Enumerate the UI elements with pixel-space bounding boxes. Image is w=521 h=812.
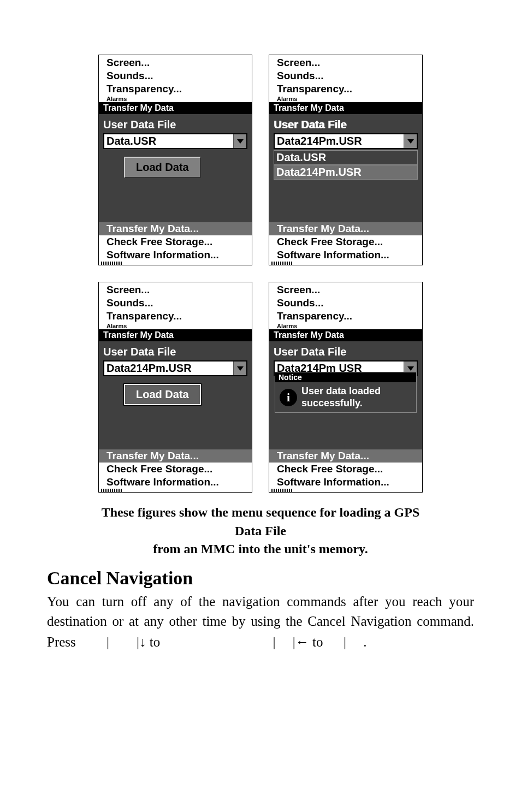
field-label: User Data File <box>103 117 247 132</box>
figure-row-1: Screen... Sounds... Transparency... Alar… <box>98 55 423 265</box>
dropdown-value: Data.USR <box>104 134 233 148</box>
dialog-body: User Data File Data214Pm.USR Load Data <box>99 341 252 449</box>
menu-item[interactable]: Software Information... <box>99 248 252 262</box>
menu-item[interactable]: Software Information... <box>269 248 422 262</box>
chevron-down-icon[interactable] <box>404 134 417 148</box>
chevron-down-icon[interactable] <box>233 361 246 375</box>
scroll-indicator <box>101 262 123 265</box>
top-menu: Screen... Sounds... Transparency... Alar… <box>269 55 422 102</box>
dropdown-options: Data.USR Data214Pm.USR <box>274 150 418 180</box>
scroll-indicator <box>271 489 293 492</box>
figure-area: Screen... Sounds... Transparency... Alar… <box>98 55 423 559</box>
top-menu: Screen... Sounds... Transparency... Alar… <box>99 282 252 329</box>
figure-caption: These figures show the menu sequence for… <box>98 503 423 559</box>
load-data-button-active[interactable]: Load Data <box>124 384 201 405</box>
dialog-title: Transfer My Data <box>99 102 252 114</box>
top-menu: Screen... Sounds... Transparency... Alar… <box>269 282 422 329</box>
chevron-down-icon[interactable] <box>233 134 246 148</box>
dialog-title: Transfer My Data <box>99 329 252 341</box>
menu-item[interactable]: Screen... <box>269 283 422 297</box>
menu-item-cut: Alarms <box>99 96 252 101</box>
load-data-button[interactable]: Load Data <box>124 157 201 178</box>
menu-item[interactable]: Software Information... <box>269 476 422 489</box>
menu-item[interactable]: Software Information... <box>99 476 252 489</box>
menu-item[interactable]: Check Free Storage... <box>99 463 252 476</box>
dialog-title: Transfer My Data <box>269 329 422 341</box>
top-menu: Screen... Sounds... Transparency... Alar… <box>99 55 252 102</box>
dialog-body: User Data File Data214Pm USR Notice i Us… <box>269 341 422 449</box>
menu-item[interactable]: Sounds... <box>99 69 252 82</box>
field-label: User Data File <box>103 345 247 359</box>
scroll-indicator <box>271 262 293 265</box>
panel-4: Screen... Sounds... Transparency... Alar… <box>269 282 423 493</box>
panel-3: Screen... Sounds... Transparency... Alar… <box>98 282 252 493</box>
panel-1: Screen... Sounds... Transparency... Alar… <box>98 55 252 265</box>
menu-item[interactable]: Sounds... <box>269 297 422 310</box>
menu-item-selected[interactable]: Transfer My Data... <box>99 222 252 235</box>
scroll-indicator <box>101 489 123 492</box>
bottom-menu: Transfer My Data... Check Free Storage..… <box>99 222 252 262</box>
file-dropdown[interactable]: Data.USR <box>103 133 247 149</box>
dropdown-option[interactable]: Data.USR <box>274 150 418 165</box>
file-dropdown[interactable]: Data214Pm.USR <box>103 360 247 376</box>
menu-item[interactable]: Sounds... <box>99 297 252 310</box>
menu-item[interactable]: Sounds... <box>269 69 422 82</box>
menu-item-cut: Alarms <box>269 96 422 101</box>
menu-item[interactable]: Transparency... <box>99 82 252 96</box>
menu-item[interactable]: Screen... <box>99 56 252 69</box>
bottom-menu: Transfer My Data... Check Free Storage..… <box>269 449 422 489</box>
notice-body: i User data loaded successfully. <box>275 382 416 412</box>
menu-item[interactable]: Check Free Storage... <box>269 463 422 476</box>
field-label: User Data File <box>274 117 418 132</box>
down-arrow-icon: ↓ <box>139 634 146 649</box>
dropdown-option-selected[interactable]: Data214Pm.USR <box>274 165 418 180</box>
bottom-menu: Transfer My Data... Check Free Storage..… <box>99 449 252 489</box>
menu-item[interactable]: Check Free Storage... <box>269 235 422 248</box>
notice-dialog: Notice i User data loaded successfully. <box>275 372 417 413</box>
figure-row-2: Screen... Sounds... Transparency... Alar… <box>98 282 423 493</box>
field-label: User Data File <box>274 345 418 359</box>
menu-item-selected[interactable]: Transfer My Data... <box>269 222 422 235</box>
menu-item-cut: Alarms <box>269 323 422 328</box>
section-heading: Cancel Navigation <box>47 568 193 589</box>
file-dropdown[interactable]: Data214Pm.USR <box>274 133 418 149</box>
dropdown-value: Data214Pm.USR <box>104 361 233 375</box>
notice-title: Notice <box>275 372 416 382</box>
menu-item-cut: Alarms <box>99 323 252 328</box>
menu-item-selected[interactable]: Transfer My Data... <box>269 449 422 463</box>
dialog-body: User Data File Data214Pm.USR Data.USR Da… <box>269 114 422 222</box>
menu-item[interactable]: Transparency... <box>269 82 422 96</box>
dialog-title: Transfer My Data <box>269 102 422 114</box>
left-arrow-icon: ← <box>295 634 309 649</box>
panel-2: Screen... Sounds... Transparency... Alar… <box>269 55 423 265</box>
info-icon: i <box>280 389 297 406</box>
dropdown-value: Data214Pm.USR <box>275 134 404 148</box>
menu-item[interactable]: Screen... <box>99 283 252 297</box>
bottom-menu: Transfer My Data... Check Free Storage..… <box>269 222 422 262</box>
dialog-body: User Data File Data.USR Load Data <box>99 114 252 222</box>
menu-item[interactable]: Transparency... <box>99 310 252 323</box>
menu-item[interactable]: Check Free Storage... <box>99 235 252 248</box>
menu-item-selected[interactable]: Transfer My Data... <box>99 449 252 463</box>
menu-item[interactable]: Transparency... <box>269 310 422 323</box>
notice-text: User data loaded successfully. <box>301 386 381 409</box>
menu-item[interactable]: Screen... <box>269 56 422 69</box>
body-paragraph: You can turn off any of the navigation c… <box>47 592 474 652</box>
